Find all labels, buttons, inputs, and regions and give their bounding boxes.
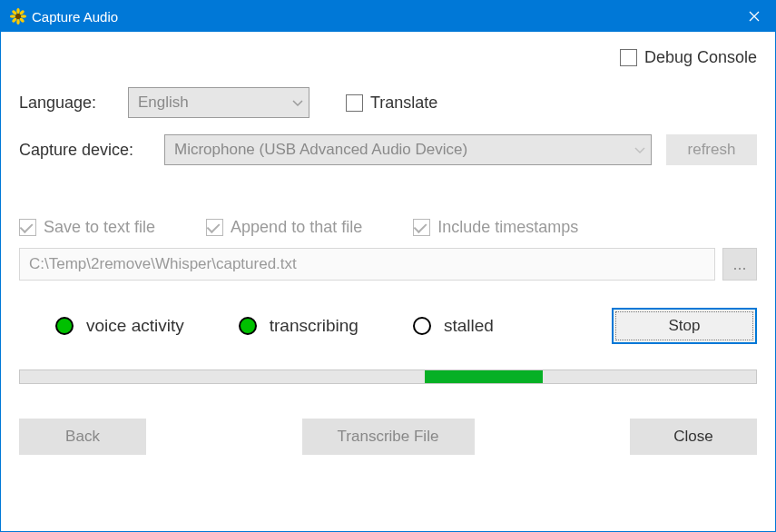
save-options-row: Save to text file Append to that file In… [19, 218, 757, 237]
svg-point-2 [16, 19, 19, 25]
language-select[interactable]: English [128, 87, 309, 118]
svg-point-3 [10, 15, 15, 17]
capture-device-select[interactable]: Microphone (USB Advanced Audio Device) [164, 134, 652, 165]
capture-audio-dialog: Capture Audio Debug Console Language: En… [0, 0, 776, 532]
file-path-input[interactable]: C:\Temp\2remove\Whisper\captured.txt [19, 248, 715, 281]
close-label: Close [673, 428, 712, 446]
close-button[interactable]: Close [630, 419, 757, 455]
stop-button[interactable]: Stop [612, 308, 757, 344]
refresh-label: refresh [688, 141, 736, 159]
save-to-file-label: Save to text file [44, 218, 155, 237]
window-title: Capture Audio [32, 9, 733, 25]
language-label: Language: [19, 94, 128, 113]
voice-activity-label: voice activity [86, 316, 184, 336]
append-to-file-checkbox[interactable]: Append to that file [206, 218, 362, 237]
status-dot-icon [413, 317, 431, 335]
stop-label: Stop [669, 317, 701, 335]
append-to-file-label: Append to that file [231, 218, 362, 237]
checkbox-icon [620, 49, 637, 66]
debug-row: Debug Console [19, 48, 757, 67]
bottom-button-row: Back Transcribe File Close [19, 419, 757, 455]
transcribing-indicator: transcribing [239, 316, 359, 336]
translate-checkbox[interactable]: Translate [346, 94, 437, 113]
translate-label: Translate [370, 94, 437, 113]
back-button[interactable]: Back [19, 419, 146, 455]
close-icon [749, 11, 760, 22]
checkbox-icon [346, 94, 363, 112]
progress-bar [19, 369, 757, 384]
transcribe-file-label: Transcribe File [338, 428, 439, 446]
svg-point-4 [21, 15, 26, 17]
browse-button[interactable]: ... [722, 248, 757, 281]
capture-device-selected: Microphone (USB Advanced Audio Device) [174, 141, 467, 159]
status-dot-icon [239, 317, 257, 335]
browse-label: ... [732, 255, 746, 274]
refresh-button[interactable]: refresh [666, 134, 757, 165]
stalled-indicator: stalled [413, 316, 494, 336]
language-row: Language: English Translate [19, 87, 757, 118]
debug-console-checkbox[interactable]: Debug Console [620, 48, 757, 67]
checkbox-icon [206, 219, 223, 236]
debug-console-label: Debug Console [644, 48, 757, 67]
capture-device-label: Capture device: [19, 141, 164, 160]
sunflower-icon [10, 8, 26, 25]
status-dot-icon [55, 317, 74, 335]
transcribing-label: transcribing [270, 316, 359, 336]
include-timestamps-checkbox[interactable]: Include timestamps [413, 218, 578, 237]
status-row: voice activity transcribing stalled Stop [19, 308, 757, 344]
file-path-row: C:\Temp\2remove\Whisper\captured.txt ... [19, 248, 757, 281]
svg-point-1 [16, 8, 19, 14]
transcribe-file-button[interactable]: Transcribe File [302, 419, 475, 455]
back-label: Back [65, 428, 100, 446]
chevron-down-icon [634, 141, 645, 159]
checkbox-icon [19, 219, 36, 236]
save-to-file-checkbox[interactable]: Save to text file [19, 218, 155, 237]
close-window-button[interactable] [733, 1, 775, 32]
chevron-down-icon [292, 94, 303, 112]
file-path-value: C:\Temp\2remove\Whisper\captured.txt [29, 255, 297, 273]
progress-bar-fill [425, 370, 543, 383]
titlebar: Capture Audio [1, 1, 775, 32]
include-timestamps-label: Include timestamps [437, 218, 578, 237]
checkbox-icon [413, 219, 430, 236]
language-selected: English [138, 94, 189, 112]
dialog-content: Debug Console Language: English Translat… [1, 32, 775, 531]
capture-device-row: Capture device: Microphone (USB Advanced… [19, 134, 757, 165]
voice-activity-indicator: voice activity [55, 316, 184, 336]
stalled-label: stalled [444, 316, 494, 336]
